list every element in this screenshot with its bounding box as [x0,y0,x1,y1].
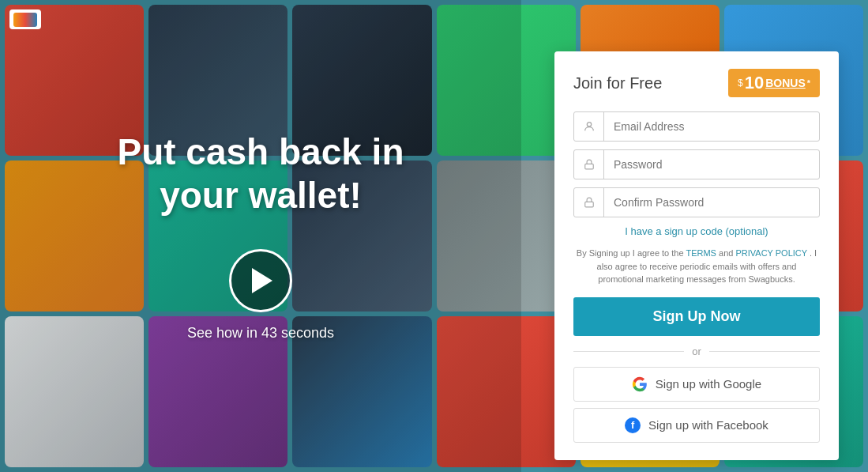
play-button[interactable] [229,249,292,312]
confirm-password-field[interactable] [604,188,819,217]
terms-before: By Signing up I agree to the [577,248,686,258]
panel-header: Join for Free $ 10 BONUS * [573,69,820,97]
terms-text: By Signing up I agree to the TERMS and P… [573,247,820,286]
facebook-btn-label: Sign up with Facebook [648,418,768,432]
signup-code-link[interactable]: I have a sign up code (optional) [573,225,820,237]
bonus-star: * [807,78,810,88]
email-input-group [573,111,820,142]
privacy-link[interactable]: PRIVACY POLICY [735,248,806,258]
svg-rect-1 [584,164,593,168]
join-title: Join for Free [573,74,662,93]
terms-link[interactable]: TERMS [686,248,716,258]
see-how-label: See how in 43 seconds [187,325,334,342]
email-field[interactable] [604,112,819,141]
user-icon [574,112,604,141]
lock-icon [574,150,604,179]
divider-line-left [573,351,684,352]
facebook-icon: f [625,417,641,433]
google-signup-button[interactable]: Sign up with Google [573,367,820,402]
play-icon [252,268,272,293]
bonus-dollar: $ [738,77,743,89]
password-input-group [573,149,820,179]
svg-rect-2 [584,202,593,206]
bonus-amount: 10 [745,73,764,93]
hero-headline: Put cash back in your wallet! [117,130,404,217]
bonus-badge: $ 10 BONUS * [728,69,820,97]
confirm-password-input-group [573,187,820,217]
svg-point-0 [587,123,591,126]
terms-and: and [719,248,735,258]
or-divider: or [573,346,820,357]
password-field[interactable] [604,150,819,179]
left-section: Put cash back in your wallet! See how in… [0,0,521,472]
signup-panel: Join for Free $ 10 BONUS * [554,51,839,460]
logo-inner [13,13,37,27]
lock-confirm-icon [574,188,604,217]
google-icon [632,376,648,392]
divider-line-right [709,351,820,352]
signup-now-button[interactable]: Sign Up Now [573,297,820,336]
facebook-signup-button[interactable]: f Sign up with Facebook [573,408,820,443]
or-label: or [692,346,701,357]
logo [9,9,41,29]
logo-shape [9,9,41,29]
video-section: See how in 43 seconds [187,249,334,342]
bonus-word: BONUS [765,77,806,89]
google-btn-label: Sign up with Google [656,377,761,391]
